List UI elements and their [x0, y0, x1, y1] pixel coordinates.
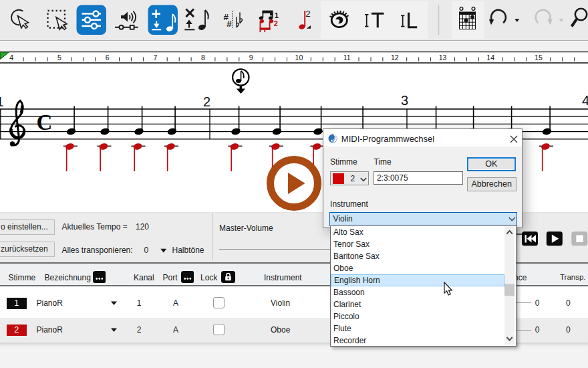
svg-text:#: # — [227, 19, 232, 29]
svg-text:2: 2 — [274, 19, 278, 27]
svg-text:4: 4 — [9, 54, 13, 62]
svg-text:1: 1 — [275, 11, 279, 19]
svg-text:7: 7 — [153, 54, 157, 62]
svg-text:9: 9 — [249, 54, 253, 62]
svg-text:C: C — [37, 110, 53, 134]
svg-text:1: 1 — [0, 94, 4, 109]
svg-text:13: 13 — [439, 54, 447, 62]
svg-text:8: 8 — [201, 54, 205, 62]
svg-text:5: 5 — [57, 54, 61, 62]
svg-text:12: 12 — [391, 54, 399, 62]
svg-text:11: 11 — [343, 54, 351, 62]
svg-text:14: 14 — [486, 54, 494, 62]
svg-text:15: 15 — [535, 54, 543, 62]
svg-text:6: 6 — [106, 54, 110, 62]
svg-text:2: 2 — [203, 94, 210, 109]
svg-text:4: 4 — [582, 93, 588, 108]
svg-text:10: 10 — [295, 54, 303, 62]
svg-text:3: 3 — [401, 93, 408, 108]
svg-text:2: 2 — [305, 9, 311, 19]
